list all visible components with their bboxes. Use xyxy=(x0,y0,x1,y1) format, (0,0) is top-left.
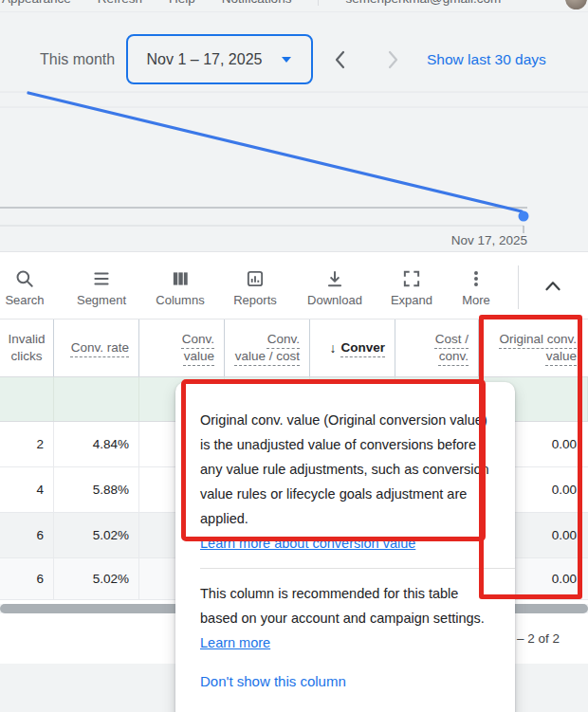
toolbar-reports-label: Reports xyxy=(222,293,288,307)
prev-period-button[interactable] xyxy=(329,47,354,72)
col-header-conv-value-cost[interactable]: Conv. value / cost xyxy=(225,319,310,376)
toolbar-segment-label: Segment xyxy=(66,293,137,307)
menu-refresh[interactable]: Refresh xyxy=(98,0,142,6)
tooltip-recommendation-text: This column is recommended for this tabl… xyxy=(200,581,490,655)
segment-icon xyxy=(91,268,112,289)
chevron-right-icon xyxy=(379,47,404,72)
dropdown-caret-icon xyxy=(281,56,292,64)
cell-invalid-clicks: 2 xyxy=(0,422,54,466)
topbar-divider xyxy=(318,0,319,6)
menu-help[interactable]: Help xyxy=(169,0,195,6)
columns-icon xyxy=(170,268,191,289)
col-header-label: Conv. value / cost xyxy=(234,331,300,365)
cell-conv-rate: 5.02% xyxy=(54,513,139,557)
col-header-label: Invalid clicks xyxy=(4,331,49,365)
toolbar-reports[interactable]: Reports xyxy=(222,268,288,307)
chart-series-line xyxy=(28,93,522,211)
toolbar-search[interactable]: Search xyxy=(0,268,49,307)
toolbar-columns[interactable]: Columns xyxy=(145,268,215,307)
chevron-up-icon xyxy=(542,275,564,298)
chevron-left-icon xyxy=(329,47,354,72)
pagination-label: – 2 of 2 xyxy=(517,631,560,646)
cell-conv-rate: 5.88% xyxy=(54,467,139,512)
col-header-conversions-sorted[interactable]: ↓ Conver xyxy=(310,319,395,376)
cell-invalid-clicks: 6 xyxy=(0,558,54,599)
expand-icon xyxy=(401,268,422,289)
toolbar-expand[interactable]: Expand xyxy=(378,268,445,307)
toolbar-columns-label: Columns xyxy=(145,293,215,307)
col-header-cost-conv[interactable]: Cost / conv. xyxy=(395,319,479,376)
performance-chart: Nov 17, 2025 xyxy=(0,90,588,251)
col-header-conv-value[interactable]: Conv. value xyxy=(139,319,225,376)
date-range-picker[interactable]: Nov 1 – 17, 2025 xyxy=(126,34,313,84)
search-icon xyxy=(14,268,35,289)
tooltip-divider xyxy=(200,568,515,569)
chart-endpoint-dot xyxy=(519,211,529,222)
chart-x-axis-end-label: Nov 17, 2025 xyxy=(448,233,527,247)
cell-conv-rate: 4.84% xyxy=(54,422,139,466)
col-header-invalid-clicks[interactable]: Invalid clicks xyxy=(0,319,54,376)
col-header-label: Cost / conv. xyxy=(405,331,469,365)
summary-cell xyxy=(54,377,139,421)
avatar[interactable] xyxy=(565,0,587,9)
toolbar-segment[interactable]: Segment xyxy=(66,268,137,307)
toolbar-more-label: More xyxy=(448,293,505,307)
annotation-box-original-conv-value-column xyxy=(479,315,582,599)
col-header-label: Conv. value xyxy=(149,331,214,365)
date-preset-label: This month xyxy=(40,51,115,68)
date-range-value: Nov 1 – 17, 2025 xyxy=(147,51,263,68)
sort-desc-arrow-icon: ↓ xyxy=(329,339,336,356)
chart-canvas xyxy=(0,90,588,251)
collapse-table-button[interactable] xyxy=(542,272,570,301)
dont-show-column-button[interactable]: Don't show this column xyxy=(200,673,490,689)
more-icon xyxy=(466,268,487,289)
google-ads-screen: Appearance Refresh Help Notifications se… xyxy=(0,0,588,712)
recommendation-text: This column is recommended for this tabl… xyxy=(200,586,485,626)
summary-cell xyxy=(0,377,54,421)
account-email[interactable]: semenperkmal@gmail.com xyxy=(345,0,501,6)
menu-appearance[interactable]: Appearance xyxy=(2,0,71,6)
col-header-label: Conver xyxy=(340,339,385,356)
col-header-label: Conv. rate xyxy=(71,339,129,356)
menu-notifications[interactable]: Notifications xyxy=(222,0,292,6)
download-icon xyxy=(324,268,345,289)
cell-invalid-clicks: 4 xyxy=(0,467,54,512)
annotation-box-tooltip-definition xyxy=(181,379,486,541)
toolbar-download-label: Download xyxy=(301,293,369,307)
toolbar-download[interactable]: Download xyxy=(301,268,369,307)
cell-invalid-clicks: 6 xyxy=(0,513,54,557)
toolbar-divider xyxy=(518,265,519,309)
toolbar-more[interactable]: More xyxy=(448,268,505,307)
cell-conv-rate: 5.02% xyxy=(54,558,139,599)
next-period-button[interactable] xyxy=(379,47,404,72)
col-header-conv-rate[interactable]: Conv. rate xyxy=(54,319,139,376)
show-last-30-days-link[interactable]: Show last 30 days xyxy=(427,51,546,68)
top-menu-bar: Appearance Refresh Help Notifications se… xyxy=(0,0,588,12)
toolbar-search-label: Search xyxy=(0,293,49,307)
recommendation-learn-more-link[interactable]: Learn more xyxy=(200,630,270,655)
toolbar-expand-label: Expand xyxy=(378,293,445,307)
reports-icon xyxy=(245,268,266,289)
